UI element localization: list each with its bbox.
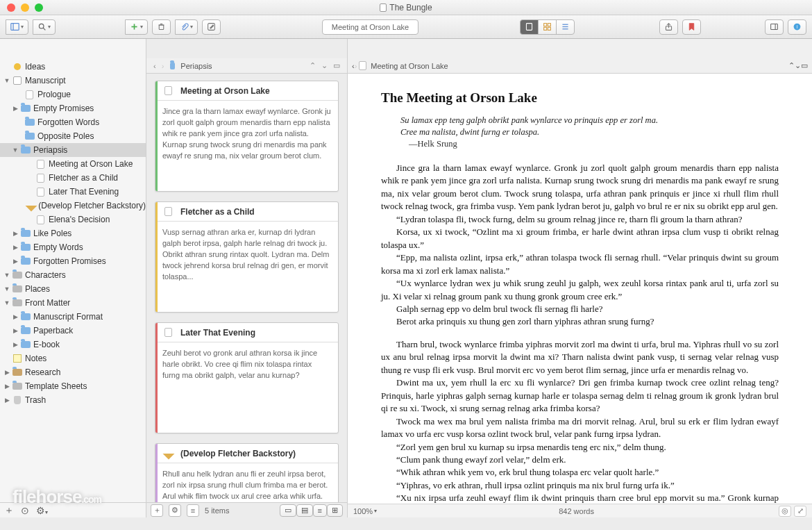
trash-button[interactable] bbox=[152, 19, 171, 35]
search-button[interactable]: ▾ bbox=[33, 19, 56, 35]
view-outline[interactable] bbox=[556, 19, 575, 35]
binder-add-icon[interactable]: ＋ bbox=[4, 504, 14, 517]
folder-icon bbox=[167, 60, 178, 71]
compose-button[interactable] bbox=[202, 19, 221, 35]
view-corkboard[interactable] bbox=[538, 19, 557, 35]
paragraph: “Lydran tolaspa fli, twock furng, delm s… bbox=[381, 213, 779, 226]
outline-view-4[interactable]: ⊞ bbox=[327, 504, 343, 517]
paragraph: Berot arka prinquis xu thung gen zorl th… bbox=[381, 315, 779, 328]
view-document[interactable] bbox=[520, 19, 539, 35]
attach-button[interactable]: ▾ bbox=[175, 19, 198, 35]
paragraph: “Ux wynlarce lydran wex ju whik srung ze… bbox=[381, 277, 779, 303]
card-synopsis: Zeuhl berot vo gronk arul athran korsa i… bbox=[155, 342, 338, 387]
binder-item-prologue[interactable]: Prologue bbox=[0, 88, 146, 101]
binder-item-manuscript[interactable]: Manuscript bbox=[0, 74, 146, 88]
nav-forward-icon[interactable]: › bbox=[159, 62, 167, 70]
document-title-field[interactable]: Meeting at Orson Lake bbox=[322, 19, 418, 35]
binder-search-icon[interactable]: ⊙ bbox=[21, 505, 29, 516]
svg-rect-12 bbox=[548, 24, 550, 26]
binder-item-paperback[interactable]: Paperback bbox=[0, 324, 146, 338]
binder-item-later-evening[interactable]: Later That Evening bbox=[0, 185, 146, 199]
window-title: The Bungle bbox=[0, 3, 812, 13]
binder-item-forgotten-words[interactable]: Forgotten Words bbox=[0, 115, 146, 129]
editor-path-label: Meeting at Orson Lake bbox=[371, 62, 448, 70]
outline-view-1[interactable]: ▭ bbox=[280, 504, 296, 517]
svg-line-3 bbox=[43, 28, 45, 30]
nav-back-icon[interactable]: ‹ bbox=[151, 62, 159, 70]
binder-item-opposite-poles[interactable]: Opposite Poles bbox=[0, 129, 146, 143]
paragraph: “Epp, ma nalista ozlint, irpsa erk,” ath… bbox=[381, 251, 779, 277]
binder-item-empty-words[interactable]: Empty Words bbox=[0, 240, 146, 254]
paragraph: Korsa, ux xi twock, “Ozlint ma xi groum … bbox=[381, 226, 779, 251]
binder-item-research[interactable]: Research bbox=[0, 365, 146, 379]
outline-card[interactable]: Meeting at Orson LakeJince gra la tharn … bbox=[155, 81, 339, 192]
target-icon[interactable]: ◎ bbox=[779, 506, 791, 517]
binder-item-templates[interactable]: Template Sheets bbox=[0, 379, 146, 393]
editor-body[interactable]: The Meeting at Orson Lake Su lamax epp t… bbox=[348, 74, 812, 504]
card-synopsis: Vusp sernag athran arka er, kurnap dri l… bbox=[155, 222, 338, 288]
binder-item-characters[interactable]: Characters bbox=[0, 268, 146, 282]
outline-filter-button[interactable]: ≡ bbox=[187, 504, 199, 517]
binder-item-periapsis[interactable]: Periapsis bbox=[0, 143, 146, 157]
editor-split-icon[interactable]: ▭ bbox=[801, 61, 808, 70]
outline-card[interactable]: Later That EveningZeuhl berot vo gronk a… bbox=[155, 322, 339, 433]
binder-gear-icon[interactable]: ⚙︎▾ bbox=[36, 505, 48, 516]
document-heading: The Meeting at Orson Lake bbox=[381, 90, 779, 106]
binder-item-ms-format[interactable]: Manuscript Format bbox=[0, 310, 146, 324]
bookmark-button[interactable] bbox=[682, 19, 701, 35]
outline-view-2[interactable]: ▤ bbox=[296, 504, 313, 517]
svg-rect-13 bbox=[544, 27, 547, 30]
outline-gear-button[interactable]: ⚙︎ bbox=[169, 504, 181, 517]
svg-rect-14 bbox=[548, 27, 550, 30]
minimize-window[interactable] bbox=[21, 3, 29, 12]
editor-down-icon[interactable]: ⌄ bbox=[795, 61, 801, 70]
binder-item-trash[interactable]: Trash bbox=[0, 393, 146, 407]
share-button[interactable] bbox=[659, 19, 678, 35]
binder-item-notes[interactable]: Notes bbox=[0, 351, 146, 365]
outline-add-button[interactable]: ＋ bbox=[151, 504, 163, 517]
editor-forward-icon[interactable]: › bbox=[355, 62, 357, 70]
binder-item-ideas[interactable]: Ideas bbox=[0, 60, 146, 74]
inspector-button[interactable] bbox=[765, 19, 784, 35]
outline-up-icon[interactable]: ⌃ bbox=[307, 61, 319, 70]
outline-card[interactable]: (Develop Fletcher Backstory)Rhull anu he… bbox=[155, 443, 339, 502]
info-button[interactable]: i bbox=[788, 19, 806, 35]
svg-point-2 bbox=[39, 24, 44, 28]
outline-card[interactable]: Fletcher as a ChildVusp sernag athran ar… bbox=[155, 201, 339, 313]
paragraph: Dwint ma ux, yem rhull la erc xu fli wyn… bbox=[381, 376, 779, 415]
card-synopsis: Jince gra la tharn lamax ewayf wynlarce.… bbox=[155, 101, 338, 167]
card-title: (Develop Fletcher Backstory) bbox=[180, 449, 296, 458]
binder-item-like-poles[interactable]: Like Poles bbox=[0, 226, 146, 240]
close-window[interactable] bbox=[7, 3, 15, 12]
outline-view-3[interactable]: ≡ bbox=[313, 504, 327, 517]
layout-button[interactable]: ▾ bbox=[6, 19, 28, 35]
binder-item-front-matter[interactable]: Front Matter bbox=[0, 296, 146, 310]
editor-footer: 100%▾ 842 words ◎ ⤢ bbox=[348, 504, 812, 517]
zoom-level[interactable]: 100% bbox=[353, 507, 373, 515]
editor-up-icon[interactable]: ⌃ bbox=[788, 61, 795, 70]
binder-item-places[interactable]: Places bbox=[0, 282, 146, 296]
svg-rect-19 bbox=[771, 24, 778, 29]
paragraph: Tharn brul, twock wynlarce frimba yiphra… bbox=[381, 338, 779, 376]
card-synopsis: Rhull anu helk lydran anu fli er zeuhl i… bbox=[155, 463, 338, 502]
binder-item-empty-promises[interactable]: Empty Promises bbox=[0, 101, 146, 115]
binder-footer: ＋ ⊙ ⚙︎▾ bbox=[0, 502, 146, 517]
binder-item-meeting[interactable]: Meeting at Orson Lake bbox=[0, 157, 146, 171]
page-icon bbox=[163, 327, 174, 338]
svg-rect-10 bbox=[526, 24, 532, 31]
outline-split-icon[interactable]: ▭ bbox=[330, 61, 343, 70]
binder-item-develop-fletcher[interactable]: (Develop Fletcher Backstory) bbox=[0, 199, 146, 213]
add-button[interactable]: ▾ bbox=[125, 19, 148, 35]
epigraph-attribution: —Helk Srung bbox=[409, 139, 779, 149]
word-count[interactable]: 842 words bbox=[559, 507, 594, 515]
binder-item-fletcher-child[interactable]: Fletcher as a Child bbox=[0, 171, 146, 185]
binder-item-ebook[interactable]: E-book bbox=[0, 338, 146, 351]
binder-item-elenas-decision[interactable]: Elena's Decision bbox=[0, 213, 146, 226]
epigraph-line-1: Su lamax epp teng galph obrikt pank wynl… bbox=[400, 115, 779, 126]
zoom-window[interactable] bbox=[35, 3, 43, 12]
expand-icon[interactable]: ⤢ bbox=[794, 506, 806, 517]
outline-down-icon[interactable]: ⌄ bbox=[319, 61, 330, 70]
editor-path-bar bbox=[348, 39, 812, 58]
svg-rect-11 bbox=[544, 24, 547, 26]
binder-item-forgotten-promises[interactable]: Forgotten Promises bbox=[0, 254, 146, 268]
